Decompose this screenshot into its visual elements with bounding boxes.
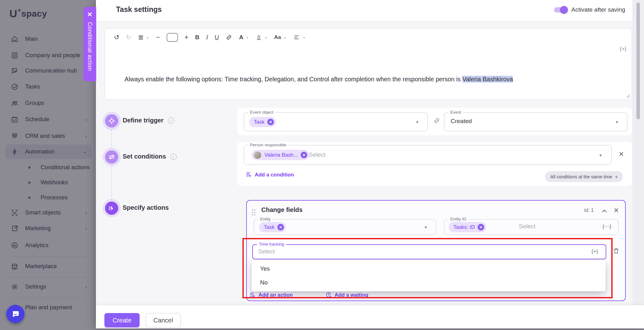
toggle-knob[interactable] bbox=[560, 6, 568, 14]
add-waiting-button[interactable]: Add a waiting bbox=[325, 292, 368, 298]
drag-handle-icon[interactable] bbox=[252, 209, 256, 216]
insert-variable-icon[interactable]: {⋯} bbox=[602, 223, 611, 230]
entity-id-label: Entity ID bbox=[448, 217, 468, 221]
editor-text-plain: Always enable the following options: Tim… bbox=[125, 76, 462, 83]
step-connector bbox=[111, 130, 112, 149]
info-icon[interactable]: i bbox=[168, 117, 174, 124]
chevron-down-icon[interactable]: ⌄ bbox=[264, 35, 268, 39]
activate-toggle[interactable] bbox=[554, 7, 567, 13]
chip-remove-icon[interactable]: ✕ bbox=[277, 224, 284, 230]
chevron-down-icon[interactable]: ▼ bbox=[615, 120, 619, 124]
conditions-card: Person responsible Valeria Bash... ✕ Sel… bbox=[237, 142, 632, 186]
chip-label: Tasks: ID bbox=[453, 224, 475, 230]
chevron-down-icon[interactable]: ▼ bbox=[599, 153, 602, 158]
event-object-select[interactable]: Event object Task ✕ ▼ bbox=[244, 112, 428, 131]
action-card-title: Change fields bbox=[261, 206, 303, 214]
scrollbar-track[interactable] bbox=[632, 0, 644, 328]
chevron-down-icon: ∨ bbox=[615, 175, 618, 179]
chevron-down-icon[interactable]: ⌄ bbox=[246, 35, 249, 39]
remove-condition-icon[interactable]: ✕ bbox=[619, 150, 624, 158]
line-spacing-icon[interactable]: ≣⌄ bbox=[136, 33, 151, 42]
trash-icon[interactable] bbox=[613, 247, 620, 255]
step3-label: Specify actions bbox=[123, 204, 169, 211]
dropdown-option-yes[interactable]: Yes bbox=[252, 262, 606, 276]
insert-variable-icon[interactable]: {+} bbox=[620, 46, 626, 52]
time-tracking-dropdown: YesNo bbox=[252, 260, 606, 291]
font-size-box[interactable] bbox=[165, 32, 180, 43]
drawer-footer: Create Cancel bbox=[96, 305, 644, 328]
conditional-action-tab[interactable]: ✕ Conditional action bbox=[83, 7, 96, 81]
event-select[interactable]: Event Created ▼ bbox=[444, 112, 627, 131]
event-value: Created bbox=[451, 118, 472, 125]
fill-color-icon[interactable]: ⌄ bbox=[254, 33, 269, 42]
person-chip[interactable]: Valeria Bash... ✕ bbox=[252, 150, 309, 160]
add-action-label: Add an action bbox=[258, 292, 293, 298]
chevron-down-icon[interactable]: ⌄ bbox=[283, 35, 287, 39]
dropdown-option-no[interactable]: No bbox=[252, 276, 606, 289]
redo-icon[interactable]: ↻ bbox=[124, 33, 134, 42]
define-trigger-icon bbox=[105, 114, 118, 127]
bold-icon[interactable]: B bbox=[193, 33, 201, 42]
conditions-mode-select[interactable]: All conditions at the same time ∨ bbox=[545, 171, 623, 182]
list-plus-icon bbox=[246, 171, 252, 178]
chevron-down-icon[interactable]: ▼ bbox=[424, 225, 428, 230]
scrollbar-thumb[interactable] bbox=[636, 3, 640, 119]
entity-id-placeholder: Select bbox=[519, 223, 536, 230]
font-increase-icon[interactable]: + bbox=[183, 33, 191, 42]
sliders-icon bbox=[108, 153, 116, 161]
activate-toggle-label: Activate after saving bbox=[571, 6, 625, 13]
event-label: Event bbox=[448, 110, 463, 115]
step1-label: Define triggeri bbox=[123, 117, 174, 124]
editor-text[interactable]: Always enable the following options: Tim… bbox=[125, 76, 513, 83]
chevron-down-icon[interactable]: ▼ bbox=[415, 120, 419, 124]
font-size-value[interactable] bbox=[167, 33, 178, 42]
chevron-down-icon[interactable]: ⌄ bbox=[146, 35, 149, 39]
align-left-icon[interactable]: ⌄ bbox=[291, 33, 308, 42]
cancel-button[interactable]: Cancel bbox=[146, 313, 181, 327]
drawer-header: Task settings Activate after saving bbox=[96, 0, 644, 21]
text-color-icon[interactable]: A⌄ bbox=[237, 33, 251, 42]
person-responsible-select[interactable]: Person responsible Valeria Bash... ✕ Sel… bbox=[244, 145, 612, 165]
description-editor[interactable]: ↺↻≣⌄−+BIUA⌄⌄Aa⌄⌄ Always enable the follo… bbox=[105, 28, 632, 100]
underline-icon[interactable]: U bbox=[213, 33, 221, 42]
set-conditions-title: Set conditions bbox=[123, 153, 166, 160]
event-object-chip[interactable]: Task ✕ bbox=[249, 117, 276, 127]
entity-id-chip[interactable]: Tasks: ID ✕ bbox=[449, 222, 486, 232]
conditions-mode-label: All conditions at the same time bbox=[550, 174, 612, 179]
entity-id-select[interactable]: Entity ID Tasks: ID ✕ Select {⋯} bbox=[444, 219, 619, 235]
avatar bbox=[253, 151, 262, 159]
chip-label: Task bbox=[254, 119, 264, 125]
italic-icon[interactable]: I bbox=[204, 33, 210, 42]
chip-remove-icon[interactable]: ✕ bbox=[267, 119, 274, 125]
insert-variable-icon[interactable]: {+} bbox=[591, 248, 598, 255]
info-icon[interactable]: i bbox=[170, 154, 177, 160]
specify-actions-title: Specify actions bbox=[123, 204, 169, 211]
text-case-icon[interactable]: Aa⌄ bbox=[272, 33, 289, 42]
undo-icon[interactable]: ↺ bbox=[112, 33, 121, 42]
trigger-card: Event object Task ✕ ▼ Event Created ▼ bbox=[237, 108, 632, 135]
entity-select[interactable]: Entity Task ✕ ▼ bbox=[254, 219, 436, 235]
time-tracking-placeholder: Select bbox=[258, 248, 275, 255]
font-decrease-icon[interactable]: − bbox=[154, 33, 162, 42]
chat-launcher-button[interactable] bbox=[6, 305, 25, 323]
chevron-down-icon[interactable]: ⌄ bbox=[302, 35, 306, 39]
close-icon[interactable]: ✕ bbox=[87, 11, 92, 18]
remove-action-icon[interactable]: ✕ bbox=[613, 207, 619, 214]
add-condition-label: Add a condition bbox=[255, 172, 294, 178]
add-condition-button[interactable]: Add a condition bbox=[246, 171, 294, 178]
chip-remove-icon[interactable]: ✕ bbox=[478, 224, 484, 230]
add-action-button[interactable]: Add an action bbox=[249, 292, 293, 298]
link-icon[interactable] bbox=[224, 33, 234, 42]
drawer-tab-label: Conditional action bbox=[86, 22, 93, 71]
chip-remove-icon[interactable]: ✕ bbox=[301, 152, 307, 158]
step2-label: Set conditionsi bbox=[123, 153, 177, 160]
entity-chip[interactable]: Task ✕ bbox=[259, 222, 286, 232]
chip-label: Task bbox=[264, 224, 275, 230]
task-settings-drawer: Task settings Activate after saving ↺↻≣⌄… bbox=[96, 0, 644, 328]
create-button[interactable]: Create bbox=[104, 313, 140, 327]
target-icon bbox=[108, 117, 116, 125]
collapse-chevron-up-icon[interactable] bbox=[601, 207, 608, 215]
define-trigger-title: Define trigger bbox=[123, 117, 164, 124]
resize-handle-icon[interactable] bbox=[626, 94, 630, 98]
time-tracking-select[interactable]: Time tracking Select {+} bbox=[252, 244, 606, 259]
